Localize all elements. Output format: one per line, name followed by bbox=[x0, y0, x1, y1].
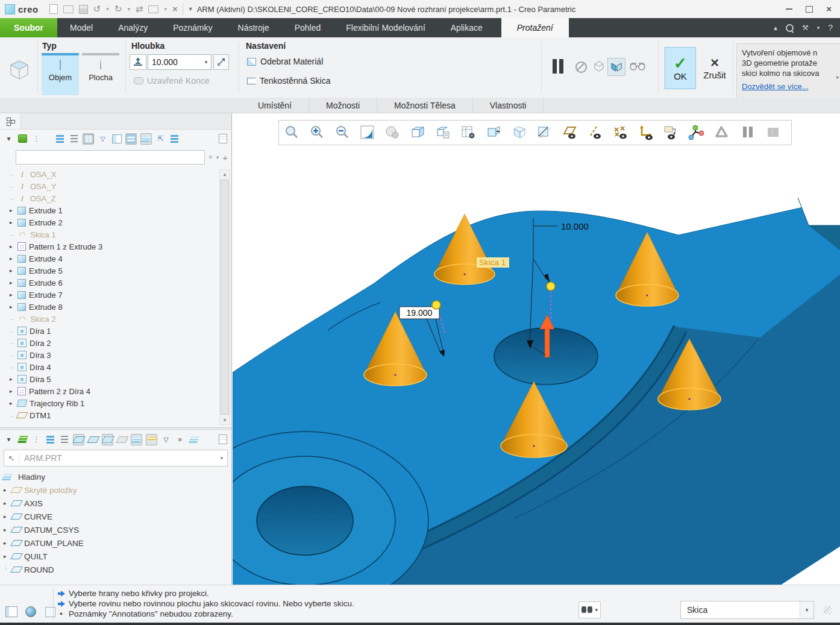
close-window-icon[interactable]: × bbox=[172, 4, 178, 14]
maximize-button[interactable] bbox=[806, 6, 813, 13]
datum-display-filters-icon[interactable] bbox=[539, 127, 550, 138]
shaded-preview-button[interactable] bbox=[607, 58, 625, 76]
undo-icon[interactable]: ↺ bbox=[93, 4, 101, 14]
layers-collapse-icon[interactable] bbox=[59, 435, 69, 445]
dashboard-subtab[interactable]: Umístění bbox=[241, 98, 309, 113]
undo-dropdown-icon[interactable]: ▾ bbox=[106, 4, 109, 14]
layer-row[interactable]: AXIS bbox=[0, 497, 231, 510]
layers-root-icon[interactable] bbox=[17, 435, 28, 445]
tree-item[interactable]: Pattern 2 z Díra 4 bbox=[0, 385, 219, 397]
windows-dropdown-icon[interactable]: ▾ bbox=[164, 4, 167, 14]
display-style-icon[interactable] bbox=[412, 127, 424, 137]
layer-label[interactable]: CURVE bbox=[24, 512, 52, 521]
tree-item[interactable]: OSA_X bbox=[0, 168, 219, 180]
zoom-fit-icon[interactable] bbox=[286, 127, 297, 137]
tree-item-caret[interactable] bbox=[10, 376, 17, 382]
layers-filter-icon[interactable] bbox=[161, 435, 171, 445]
layer-blank-icon[interactable] bbox=[117, 435, 127, 445]
tree-item[interactable]: Extrude 6 bbox=[0, 277, 219, 289]
designate-objects-icon[interactable] bbox=[689, 125, 704, 140]
layer-active-icon[interactable] bbox=[146, 434, 157, 445]
tree-item-caret[interactable] bbox=[10, 304, 17, 310]
clipping-icon[interactable] bbox=[768, 128, 779, 137]
tree-item[interactable]: Extrude 2 bbox=[0, 216, 219, 228]
tree-item[interactable]: Extrude 8 bbox=[0, 301, 219, 313]
browser-toggle-icon[interactable] bbox=[24, 606, 37, 618]
model-3d-view[interactable]: 10.000 19.000 Skica 1 bbox=[233, 113, 840, 585]
find-dropdown-icon[interactable]: ▾ bbox=[595, 607, 598, 613]
layer-label[interactable]: Skryté položky bbox=[24, 486, 77, 495]
windows-icon[interactable] bbox=[148, 5, 158, 13]
tree-item-label[interactable]: Díra 5 bbox=[30, 375, 51, 384]
minimize-button[interactable] bbox=[786, 8, 792, 10]
new-file-icon[interactable] bbox=[49, 4, 58, 14]
layer-object-selector[interactable]: ↖ ARM.PRT ▾ bbox=[4, 450, 228, 466]
pause-icon[interactable] bbox=[743, 127, 753, 137]
tree-item-label[interactable]: Díra 3 bbox=[30, 351, 51, 360]
layer-row[interactable]: QUILT bbox=[0, 550, 231, 563]
tree-item-caret[interactable] bbox=[10, 219, 17, 225]
annotation-display-icon[interactable] bbox=[665, 127, 675, 139]
cancel-button[interactable]: × Zrušit bbox=[698, 47, 732, 88]
tree-item-caret[interactable] bbox=[10, 280, 17, 286]
tree-item-label[interactable]: Extrude 4 bbox=[29, 254, 63, 263]
design-tree-icon[interactable] bbox=[169, 134, 180, 144]
layer-tree-icon[interactable] bbox=[140, 133, 152, 145]
remove-material-toggle[interactable]: Odebrat Materiál bbox=[247, 57, 323, 66]
menu-tab[interactable]: Analýzy bbox=[105, 18, 160, 37]
layer-stack-icon[interactable] bbox=[131, 434, 142, 445]
tree-item-caret[interactable] bbox=[10, 207, 17, 213]
layer-show-icon[interactable] bbox=[73, 434, 84, 445]
expand-all-icon[interactable] bbox=[55, 134, 65, 144]
navigator-toggle-icon[interactable] bbox=[5, 606, 18, 618]
menu-tab[interactable]: Flexibilní Modelování bbox=[333, 18, 438, 37]
tree-item-label[interactable]: Díra 2 bbox=[30, 339, 51, 348]
tree-item[interactable]: Díra 2 bbox=[0, 337, 219, 349]
select-tree-icon[interactable] bbox=[155, 134, 166, 144]
tree-item-label[interactable]: Extrude 6 bbox=[29, 278, 63, 287]
regenerate-icon[interactable]: ⇄ bbox=[136, 4, 143, 14]
glasses-check-button[interactable] bbox=[629, 58, 646, 75]
menu-tab[interactable]: Nástroje bbox=[225, 18, 282, 37]
layer-label[interactable]: ROUND bbox=[24, 565, 54, 574]
tree-item-caret[interactable] bbox=[10, 292, 17, 298]
layer-object-value[interactable]: ARM.PRT bbox=[19, 453, 216, 463]
sketch-label[interactable]: Skica 1 bbox=[477, 257, 509, 268]
tree-item[interactable]: Extrude 1 bbox=[0, 204, 219, 216]
help-icon[interactable]: ? bbox=[828, 23, 833, 33]
fullscreen-toggle-icon[interactable] bbox=[43, 606, 57, 618]
tree-scrollbar[interactable]: ▲ ▼ bbox=[219, 169, 230, 425]
qat-customize-icon[interactable]: ▼ bbox=[188, 6, 193, 12]
tree-item-caret[interactable] bbox=[10, 316, 17, 322]
layers-overflow-icon[interactable] bbox=[175, 435, 185, 445]
tree-item-caret[interactable] bbox=[10, 183, 17, 190]
item-list-icon[interactable] bbox=[125, 133, 137, 145]
layer-row[interactable]: DATUM_PLANE bbox=[0, 536, 231, 550]
collapse-ribbon-icon[interactable]: ▴ bbox=[774, 24, 777, 32]
tree-item-caret[interactable] bbox=[10, 256, 17, 262]
tree-item-label[interactable]: OSA_Y bbox=[30, 182, 56, 191]
tree-filter-icon[interactable] bbox=[98, 134, 108, 144]
filter-add-icon[interactable]: + bbox=[222, 152, 228, 163]
layer-row[interactable]: Skryté položky bbox=[0, 483, 231, 497]
filter-dropdown-icon[interactable]: ▾ bbox=[216, 154, 219, 160]
point-display-icon[interactable] bbox=[615, 127, 627, 139]
no-preview-button[interactable] bbox=[575, 61, 587, 73]
tree-item[interactable]: Extrude 7 bbox=[0, 289, 219, 301]
tree-settings-doc-icon[interactable] bbox=[218, 134, 228, 144]
layer-object-dropdown-icon[interactable]: ▾ bbox=[216, 455, 227, 461]
repaint-icon[interactable] bbox=[361, 126, 374, 139]
find-tool[interactable]: ▾ bbox=[578, 601, 601, 618]
zoom-in-icon[interactable] bbox=[312, 127, 322, 137]
save-icon[interactable] bbox=[79, 5, 88, 14]
layer-label[interactable]: DATUM_CSYS bbox=[24, 526, 79, 535]
section-view-icon[interactable] bbox=[488, 127, 500, 136]
model-tree-tab[interactable] bbox=[0, 113, 21, 129]
layer-label[interactable]: AXIS bbox=[24, 499, 43, 508]
layers-table-icon[interactable] bbox=[189, 435, 199, 445]
axis-display-icon[interactable] bbox=[591, 127, 601, 139]
menu-tab[interactable]: Aplikace bbox=[438, 18, 495, 37]
tree-item-caret[interactable] bbox=[10, 352, 17, 359]
tree-item[interactable]: Skica 2 bbox=[0, 313, 219, 325]
layers-menu-dropdown-icon[interactable] bbox=[4, 435, 14, 445]
